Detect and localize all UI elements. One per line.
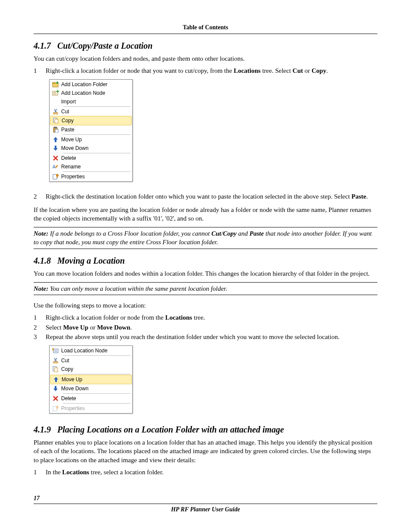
svg-point-9 bbox=[53, 112, 55, 114]
menu-label: Paste bbox=[61, 126, 128, 133]
context-menu-figure-2: Load Location Node Cut Copy Move Up bbox=[49, 345, 377, 414]
note-417: Note: If a node belongs to a Cross Floor… bbox=[34, 227, 377, 249]
menu-item-cut[interactable]: Cut bbox=[50, 356, 132, 365]
toc-header: Table of Contents bbox=[34, 24, 377, 34]
step-number: 1 bbox=[34, 468, 39, 476]
step-number: 1 bbox=[34, 313, 39, 322]
section-419-heading: 4.1.9 Placing Locations on a Location Fo… bbox=[34, 424, 377, 436]
menu-label: Copy bbox=[62, 117, 128, 124]
copy-icon bbox=[50, 366, 61, 372]
menu-item-add-folder[interactable]: Add Location Folder bbox=[50, 80, 132, 89]
arrow-down-icon bbox=[50, 145, 61, 151]
step-text: In the Locations tree, select a location… bbox=[46, 468, 164, 476]
menu-item-move-up[interactable]: Move Up bbox=[50, 375, 132, 384]
step-2: 2 Select Move Up or Move Down. bbox=[34, 323, 377, 332]
section-number: 4.1.9 bbox=[34, 425, 51, 434]
step-text: Right-click a location folder or node th… bbox=[46, 66, 328, 75]
step-text: Right-click the destination location fol… bbox=[46, 192, 368, 201]
svg-rect-24 bbox=[53, 349, 58, 353]
menu-separator bbox=[63, 171, 131, 172]
menu-label: Add Location Folder bbox=[61, 81, 128, 88]
section-418-intro: You can move location folders and nodes … bbox=[34, 269, 377, 278]
menu-label: Properties bbox=[61, 405, 128, 412]
menu-item-rename[interactable]: A Rename bbox=[50, 162, 132, 171]
menu-item-move-down[interactable]: Move Down bbox=[50, 144, 132, 152]
menu-item-delete[interactable]: Delete bbox=[50, 154, 132, 162]
note-418: Note: You can only move a location withi… bbox=[34, 282, 377, 295]
menu-label: Delete bbox=[61, 395, 128, 402]
section-title-text: Placing Locations on a Location Folder w… bbox=[57, 425, 284, 434]
step-text: Repeat the above steps until you reach t… bbox=[46, 333, 339, 341]
menu-label: Add Location Node bbox=[61, 90, 128, 96]
menu-label: Move Up bbox=[62, 376, 128, 383]
svg-point-10 bbox=[56, 112, 58, 114]
menu-item-import[interactable]: Import bbox=[50, 97, 132, 106]
menu-label: Copy bbox=[61, 366, 128, 373]
menu-label: Cut bbox=[61, 357, 128, 364]
svg-rect-23 bbox=[57, 176, 58, 178]
svg-rect-32 bbox=[54, 368, 58, 372]
scissors-icon bbox=[50, 109, 61, 115]
section-419-intro: Planner enables you to place locations o… bbox=[34, 438, 377, 464]
menu-item-copy[interactable]: Copy bbox=[50, 116, 132, 125]
menu-label: Rename bbox=[61, 163, 128, 170]
menu-item-paste[interactable]: Paste bbox=[50, 125, 132, 134]
folder-add-icon bbox=[50, 81, 61, 87]
step-1: 1 Right-click a location folder or node … bbox=[34, 313, 377, 322]
menu-label: Delete bbox=[61, 155, 128, 162]
menu-item-move-down[interactable]: Move Down bbox=[50, 384, 132, 393]
step-1: 1 In the Locations tree, select a locati… bbox=[34, 468, 377, 476]
menu-separator bbox=[63, 393, 131, 394]
section-417-heading: 4.1.7 Cut/Copy/Paste a Location bbox=[34, 40, 377, 52]
section-number: 4.1.7 bbox=[34, 41, 51, 50]
arrow-down-icon bbox=[50, 386, 61, 392]
arrow-up-icon bbox=[50, 376, 62, 383]
svg-rect-17 bbox=[55, 129, 58, 133]
step-number: 1 bbox=[34, 66, 39, 75]
step-text: Select Move Up or Move Down. bbox=[46, 323, 132, 332]
section-title-text: Cut/Copy/Paste a Location bbox=[57, 41, 153, 50]
menu-label: Properties bbox=[61, 173, 128, 180]
menu-label: Move Down bbox=[61, 145, 128, 152]
use-steps-text: Use the following steps to move a locati… bbox=[34, 301, 377, 310]
rename-paragraph: If the location where you are pasting th… bbox=[34, 205, 377, 223]
step-number: 2 bbox=[34, 192, 39, 201]
menu-separator bbox=[63, 374, 131, 374]
menu-label: Move Up bbox=[61, 136, 128, 143]
properties-icon bbox=[50, 405, 61, 411]
page-number: 17 bbox=[34, 495, 377, 503]
footer-doc-title: HP RF Planner User Guide bbox=[34, 504, 377, 514]
menu-separator bbox=[63, 153, 131, 153]
context-menu[interactable]: Add Location Folder Add Location Node Im… bbox=[49, 79, 133, 182]
menu-item-add-node[interactable]: Add Location Node bbox=[50, 89, 132, 97]
menu-item-properties[interactable]: Properties bbox=[50, 172, 132, 181]
arrow-up-icon bbox=[50, 137, 61, 143]
svg-rect-14 bbox=[55, 119, 58, 123]
svg-text:A: A bbox=[53, 165, 56, 169]
svg-point-27 bbox=[53, 361, 55, 363]
context-menu-figure-1: Add Location Folder Add Location Node Im… bbox=[49, 79, 377, 182]
menu-item-move-up[interactable]: Move Up bbox=[50, 135, 132, 144]
menu-item-load-node[interactable]: Load Location Node bbox=[50, 346, 132, 355]
menu-separator bbox=[63, 403, 131, 404]
svg-rect-37 bbox=[57, 408, 58, 410]
menu-item-properties: Properties bbox=[50, 404, 132, 413]
step-number: 2 bbox=[34, 323, 39, 332]
svg-rect-1 bbox=[53, 82, 55, 84]
svg-rect-4 bbox=[53, 91, 58, 95]
menu-label: Move Down bbox=[61, 385, 128, 392]
section-title-text: Moving a Location bbox=[57, 256, 125, 265]
menu-separator bbox=[63, 355, 131, 356]
menu-item-copy[interactable]: Copy bbox=[50, 365, 132, 373]
svg-rect-16 bbox=[54, 127, 56, 128]
copy-icon bbox=[50, 118, 62, 124]
scissors-icon bbox=[50, 358, 61, 364]
menu-separator bbox=[63, 106, 131, 107]
context-menu[interactable]: Load Location Node Cut Copy Move Up bbox=[49, 345, 133, 414]
load-node-icon bbox=[50, 348, 61, 354]
menu-item-cut[interactable]: Cut bbox=[50, 107, 132, 116]
step-number: 3 bbox=[34, 333, 39, 341]
menu-item-delete[interactable]: Delete bbox=[50, 394, 132, 403]
rename-icon: A bbox=[50, 164, 61, 169]
step-3: 3 Repeat the above steps until you reach… bbox=[34, 333, 377, 341]
